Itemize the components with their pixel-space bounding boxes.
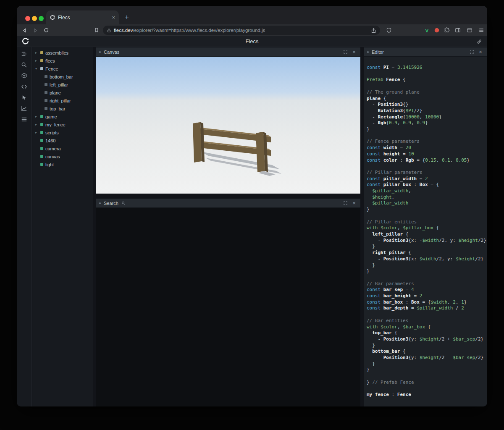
panel-dot-icon: [99, 202, 101, 204]
entity-square-icon: [40, 131, 43, 134]
tree-item-my_fence[interactable]: ▸my_fence: [32, 121, 93, 128]
wallet-icon[interactable]: [465, 26, 474, 34]
tree-item-1460[interactable]: 1460: [32, 136, 93, 144]
code-line: }: [367, 343, 484, 349]
flecs-logo-icon[interactable]: [22, 38, 29, 45]
entity-square-icon: [40, 59, 43, 62]
tree-item-bottom_bar[interactable]: bottom_bar: [32, 73, 93, 81]
tree-item-Fence[interactable]: ▾Fence: [32, 65, 93, 73]
new-tab-button[interactable]: +: [123, 13, 131, 21]
tab-close-icon[interactable]: ×: [112, 14, 115, 21]
shield-icon[interactable]: [385, 26, 393, 34]
tree-item-flecs[interactable]: ▸flecs: [32, 57, 93, 65]
code-line: const bar_depth = $pillar_width / 2: [367, 305, 484, 312]
share-icon[interactable]: [371, 28, 376, 33]
code-icon[interactable]: [20, 84, 29, 90]
pointer-icon[interactable]: [20, 94, 29, 101]
code-line: - Position3{x: -$width/2, y: $height/2}: [367, 238, 484, 244]
fence-scene: [96, 57, 360, 194]
tab-strip: Flecs × +: [17, 6, 487, 24]
chevron-right-icon[interactable]: ▸: [34, 115, 38, 118]
code-line: const pillar_width = 2: [367, 176, 484, 182]
code-line: [367, 83, 484, 89]
tree-item-canvas[interactable]: canvas: [32, 152, 93, 160]
tree-item-scripts[interactable]: ▸scripts: [32, 128, 93, 136]
tree-item-light[interactable]: light: [32, 160, 93, 168]
search-results-area[interactable]: [96, 208, 360, 406]
browser-tab[interactable]: Flecs ×: [46, 10, 119, 24]
window-minimize-button[interactable]: [32, 16, 37, 21]
tree-item-right_pillar[interactable]: right_pillar: [32, 97, 93, 105]
tree-item-label: game: [45, 114, 57, 119]
code-line: }: [367, 262, 484, 269]
entity-square-icon: [45, 91, 47, 94]
tab-favicon-icon: [50, 15, 55, 20]
code-line: [367, 163, 484, 170]
expand-icon[interactable]: [342, 49, 348, 55]
entity-square-icon: [40, 155, 43, 158]
chevron-down-icon[interactable]: ▾: [34, 67, 38, 71]
code-line: const PI = 3.1415926: [367, 65, 484, 71]
close-icon[interactable]: ×: [478, 49, 483, 55]
window-close-button[interactable]: [25, 16, 30, 21]
url-bar[interactable]: flecs.dev/explorer/?wasm=https://www.fle…: [103, 26, 380, 35]
link-icon[interactable]: [476, 39, 482, 45]
chart-icon[interactable]: [20, 105, 29, 112]
expand-icon[interactable]: [469, 49, 475, 55]
3d-viewport[interactable]: [96, 57, 360, 194]
tree-item-assemblies[interactable]: ▸assemblies: [32, 49, 93, 57]
tree-item-plane[interactable]: plane: [32, 89, 93, 97]
code-editor[interactable]: const PI = 3.1415926 Prefab Fence { // T…: [364, 57, 487, 406]
code-line: [367, 213, 484, 219]
code-line: plane {: [367, 96, 484, 102]
tree-item-label: 1460: [45, 138, 55, 143]
window-zoom-button[interactable]: [39, 16, 44, 21]
lock-icon: [107, 28, 111, 33]
bookmark-icon[interactable]: [92, 26, 101, 34]
side-panel-icon[interactable]: [454, 26, 462, 34]
code-line: } // Prefab Fence: [367, 380, 484, 386]
entity-square-icon: [45, 99, 47, 102]
extension-v-icon[interactable]: V: [423, 26, 431, 34]
tree-item-label: flecs: [45, 58, 55, 63]
cube-icon[interactable]: [20, 73, 29, 79]
editor-panel-header: Editor ×: [364, 47, 487, 57]
chevron-right-icon[interactable]: ▸: [34, 131, 38, 134]
tree-item-left_pillar[interactable]: left_pillar: [32, 81, 93, 89]
extension-red-icon[interactable]: [433, 26, 441, 34]
code-line: - Position3{y: $height/2 - $bar_sep/2}: [367, 355, 484, 361]
forward-button[interactable]: [31, 26, 39, 34]
code-line: with $color, $pillar_box {: [367, 225, 484, 231]
url-text: flecs.dev/explorer/?wasm=https://www.fle…: [114, 28, 265, 33]
chevron-right-icon[interactable]: ▸: [34, 51, 38, 55]
code-line: - Rgb{0.9, 0.9, 0.9}: [367, 120, 484, 126]
code-line: const bar_sep = 4: [367, 287, 484, 293]
back-button[interactable]: [20, 26, 29, 34]
expand-icon[interactable]: [342, 200, 348, 206]
chevron-right-icon[interactable]: ▸: [34, 123, 38, 126]
menu-icon[interactable]: [477, 26, 486, 34]
code-line: with $color, $bar_box {: [367, 324, 484, 330]
extensions-puzzle-icon[interactable]: [443, 26, 451, 34]
close-icon[interactable]: ×: [351, 49, 357, 55]
tree-item-camera[interactable]: camera: [32, 144, 93, 152]
code-line: const pillar_box : Box = {: [367, 182, 484, 188]
entity-square-icon: [40, 163, 43, 166]
search-icon[interactable]: [20, 62, 29, 68]
tree-item-top_bar[interactable]: top_bar: [32, 105, 93, 113]
tree-item-label: bottom_bar: [50, 74, 73, 79]
search-panel-title: Search: [104, 201, 118, 206]
editor-panel-title: Editor: [372, 50, 384, 55]
hierarchy-icon[interactable]: [20, 51, 29, 57]
close-icon[interactable]: ×: [351, 200, 357, 206]
page-title: Flecs: [245, 38, 258, 45]
reload-button[interactable]: [42, 26, 50, 34]
search-icon: [121, 201, 126, 205]
tree-item-game[interactable]: ▸game: [32, 113, 93, 121]
tree-item-label: camera: [45, 146, 61, 151]
rows-icon[interactable]: [20, 116, 29, 123]
entity-square-icon: [40, 51, 43, 54]
entity-square-icon: [45, 75, 47, 78]
tree-item-label: Fence: [45, 66, 58, 71]
chevron-right-icon[interactable]: ▸: [34, 59, 38, 63]
